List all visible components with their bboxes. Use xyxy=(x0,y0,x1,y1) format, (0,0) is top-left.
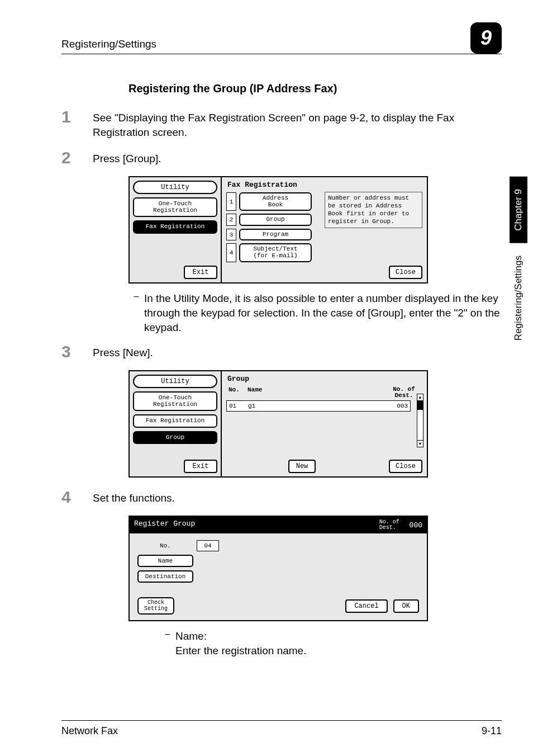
step-2-text: Press [Group]. xyxy=(93,149,502,166)
dest-count-value: 000 xyxy=(410,521,422,530)
option-address-book[interactable]: Address Book xyxy=(239,192,312,211)
page-footer: Network Fax 9-11 xyxy=(61,720,502,737)
sidebar-item-group[interactable]: Group xyxy=(133,431,217,445)
scroll-down-icon[interactable]: ▼ xyxy=(417,440,423,447)
close-button-2[interactable]: Close xyxy=(389,460,422,473)
scrollbar[interactable]: ▲ ▼ xyxy=(417,394,423,447)
option-1-number: 1 xyxy=(226,192,236,211)
section-title: Registering the Group (IP Address Fax) xyxy=(129,82,502,95)
name-button[interactable]: Name xyxy=(137,555,193,567)
group-list-screenshot: Utility One-Touch Registration Fax Regis… xyxy=(129,370,428,478)
step-2-note: In the Utility Mode, it is also possible… xyxy=(144,291,502,334)
ok-button[interactable]: OK xyxy=(393,599,419,613)
bullet-dash-2: – xyxy=(160,629,175,658)
scroll-up-icon[interactable]: ▲ xyxy=(417,394,423,401)
group-row-name: g1 xyxy=(248,403,381,409)
sidebar-item-fax-registration-2[interactable]: Fax Registration xyxy=(133,414,217,428)
exit-button-2[interactable]: Exit xyxy=(184,460,217,473)
group-row-no: 01 xyxy=(229,403,248,409)
register-group-screenshot: Register Group No. of Dest. 000 No. 04 N… xyxy=(129,516,428,621)
main-panel-title: Fax Registration xyxy=(226,181,422,189)
register-group-title: Register Group xyxy=(134,519,195,531)
scroll-thumb[interactable] xyxy=(417,401,423,410)
chapter-badge: 9 xyxy=(470,22,502,54)
sidebar-item-onetouch[interactable]: One-Touch Registration xyxy=(133,197,217,217)
dest-count-label: No. of Dest. xyxy=(379,519,399,531)
sidebar-title-2: Utility xyxy=(133,375,217,388)
footer-left: Network Fax xyxy=(61,725,118,737)
group-panel-title: Group xyxy=(226,375,422,383)
side-tab: Chapter 9 Registering/Settings xyxy=(510,177,527,353)
step-4-text: Set the functions. xyxy=(93,489,502,505)
step-3-number: 3 xyxy=(61,343,93,360)
cancel-button[interactable]: Cancel xyxy=(345,599,387,613)
name-field-label: Name: xyxy=(175,629,502,644)
bullet-dash: – xyxy=(129,291,144,334)
step-3-text: Press [New]. xyxy=(93,343,502,360)
footer-right: 9-11 xyxy=(482,725,502,737)
step-1-text: See "Displaying the Fax Registration Scr… xyxy=(93,108,502,139)
step-1-number: 1 xyxy=(61,108,93,139)
option-2-number: 2 xyxy=(226,214,236,226)
page-header: Registering/Settings 9 xyxy=(61,22,502,54)
column-header-name: Name xyxy=(248,386,389,399)
option-4-number: 4 xyxy=(226,243,236,262)
group-row-1[interactable]: 01 g1 003 xyxy=(226,400,411,412)
column-header-no: No. xyxy=(229,386,248,399)
exit-button[interactable]: Exit xyxy=(184,266,217,279)
group-row-dest: 003 xyxy=(381,403,408,409)
field-no-value: 04 xyxy=(197,540,219,551)
column-header-dest: No. of Dest. xyxy=(389,386,419,399)
check-setting-button[interactable]: Check Setting xyxy=(137,597,174,615)
sidebar-title: Utility xyxy=(133,181,217,194)
step-2-number: 2 xyxy=(61,149,93,166)
close-button[interactable]: Close xyxy=(389,266,422,279)
option-3-number: 3 xyxy=(226,229,236,241)
option-program[interactable]: Program xyxy=(239,229,312,241)
info-message: Number or address must be stored in Addr… xyxy=(325,192,422,228)
step-4-number: 4 xyxy=(61,489,93,505)
destination-button[interactable]: Destination xyxy=(137,570,193,583)
sidebar-item-onetouch-2[interactable]: One-Touch Registration xyxy=(133,391,217,411)
header-section: Registering/Settings xyxy=(61,38,156,50)
new-button[interactable]: New xyxy=(288,460,316,473)
side-section-label: Registering/Settings xyxy=(513,243,524,353)
side-chapter-label: Chapter 9 xyxy=(510,177,527,243)
option-subject-text[interactable]: Subject/Text (for E-mail) xyxy=(239,243,312,262)
option-group[interactable]: Group xyxy=(239,214,312,226)
sidebar-item-fax-registration[interactable]: Fax Registration xyxy=(133,220,217,234)
fax-registration-screenshot: Utility One-Touch Registration Fax Regis… xyxy=(129,176,428,284)
field-no-label: No. xyxy=(137,542,193,549)
name-field-description: Enter the registration name. xyxy=(175,644,502,658)
